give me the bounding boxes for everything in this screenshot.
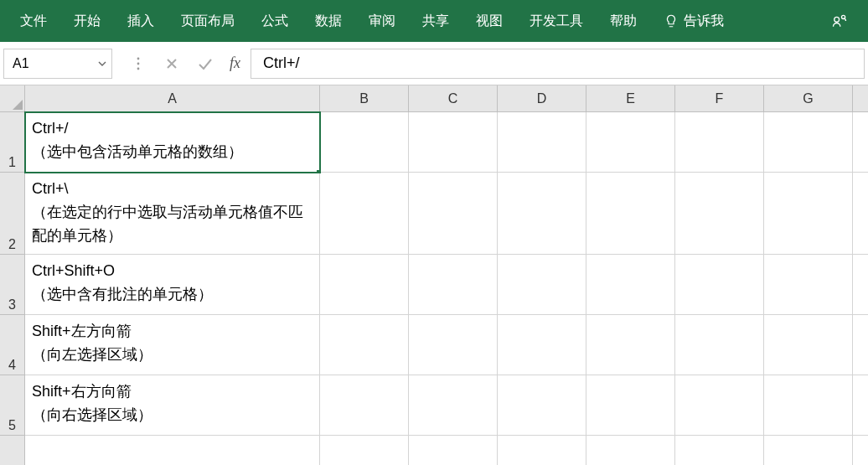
name-box[interactable]: A1 [3,49,112,79]
cell-B1[interactable] [320,112,409,173]
share-icon[interactable] [818,0,861,42]
svg-point-3 [137,62,140,65]
cell-F1[interactable] [675,112,764,173]
cell-C5[interactable] [409,375,498,436]
cell-D2[interactable] [498,173,586,255]
cell-B4[interactable] [320,315,409,375]
col-header-C[interactable]: C [409,85,498,111]
cell-E2[interactable] [586,173,675,255]
cell-D3[interactable] [498,255,586,315]
cell-B6[interactable] [320,436,409,465]
cell-B3[interactable] [320,255,409,315]
cell-A3[interactable]: Ctrl+Shift+O （选中含有批注的单元格） [25,255,320,315]
cell-D6[interactable] [498,436,586,465]
cell-A5[interactable]: Shift+右方向箭 （向右选择区域） [25,375,320,436]
table-row: Ctrl+\ （在选定的行中选取与活动单元格值不匹配的单元格） [25,173,868,255]
cell-E1[interactable] [586,112,675,173]
table-row: Shift+右方向箭 （向右选择区域） [25,375,868,436]
cell-A6[interactable] [25,436,320,465]
formula-bar: A1 fx Ctrl+/ [0,42,868,85]
cell-D4[interactable] [498,315,586,375]
cell-C4[interactable] [409,315,498,375]
svg-point-4 [137,67,140,70]
formula-input[interactable]: Ctrl+/ [251,49,865,79]
cell-C1[interactable] [409,112,498,173]
svg-point-2 [137,57,140,59]
tell-me[interactable]: 告诉我 [650,0,737,42]
cell-F6[interactable] [675,436,764,465]
column-headers: ABCDEFG [25,85,868,112]
menu-5[interactable]: 数据 [302,0,355,42]
table-row [25,436,868,465]
formula-value: Ctrl+/ [263,54,300,72]
cell-D1[interactable] [498,112,586,173]
menu-6[interactable]: 审阅 [355,0,409,42]
enter-icon[interactable] [196,57,214,70]
cell-A4[interactable]: Shift+左方向箭 （向左选择区域） [25,315,320,375]
name-box-value: A1 [13,56,29,71]
cell-F5[interactable] [675,375,764,436]
menu-7[interactable]: 共享 [409,0,462,42]
row-header-1[interactable]: 1 [0,112,24,173]
menu-dots-icon[interactable] [129,57,147,70]
cell-E6[interactable] [586,436,675,465]
col-header-F[interactable]: F [675,85,764,111]
svg-point-0 [834,17,840,22]
row-header-extra-5[interactable] [0,436,24,465]
row-headers: 12345 [0,112,25,465]
dropdown-icon[interactable] [98,56,106,71]
menu-9[interactable]: 开发工具 [516,0,597,42]
cell-G6[interactable] [764,436,853,465]
cell-D5[interactable] [498,375,586,436]
row-header-2[interactable]: 2 [0,173,24,255]
lightbulb-icon [664,13,679,28]
row-header-4[interactable]: 4 [0,315,24,375]
table-row: Shift+左方向箭 （向左选择区域） [25,315,868,375]
cell-G5[interactable] [764,375,853,436]
cell-C3[interactable] [409,255,498,315]
ribbon-menu: 文件开始插入页面布局公式数据审阅共享视图开发工具帮助 告诉我 [0,0,868,42]
cell-E4[interactable] [586,315,675,375]
cell-F2[interactable] [675,173,764,255]
table-row: Ctrl+/ （选中包含活动单元格的数组） [25,112,868,173]
menu-8[interactable]: 视图 [462,0,516,42]
select-all-corner[interactable] [0,85,25,112]
cell-E5[interactable] [586,375,675,436]
cell-B5[interactable] [320,375,409,436]
cell-C2[interactable] [409,173,498,255]
cell-G2[interactable] [764,173,853,255]
menu-1[interactable]: 开始 [60,0,114,42]
col-header-D[interactable]: D [498,85,586,111]
row-header-3[interactable]: 3 [0,255,24,315]
cell-G4[interactable] [764,315,853,375]
cell-F4[interactable] [675,315,764,375]
fx-label[interactable]: fx [230,54,240,72]
menu-4[interactable]: 公式 [248,0,302,42]
cell-F3[interactable] [675,255,764,315]
cell-B2[interactable] [320,173,409,255]
cell-E3[interactable] [586,255,675,315]
menu-3[interactable]: 页面布局 [168,0,248,42]
table-row: Ctrl+Shift+O （选中含有批注的单元格） [25,255,868,315]
cell-G3[interactable] [764,255,853,315]
menu-2[interactable]: 插入 [114,0,168,42]
col-header-E[interactable]: E [586,85,675,111]
cell-G1[interactable] [764,112,853,173]
cell-A2[interactable]: Ctrl+\ （在选定的行中选取与活动单元格值不匹配的单元格） [25,173,320,255]
row-header-5[interactable]: 5 [0,375,24,436]
spreadsheet-grid: ABCDEFG 12345 Ctrl+/ （选中包含活动单元格的数组）Ctrl+… [0,85,868,465]
col-header-B[interactable]: B [320,85,409,111]
menu-10[interactable]: 帮助 [597,0,650,42]
col-header-A[interactable]: A [25,85,320,111]
cell-C6[interactable] [409,436,498,465]
tell-me-label: 告诉我 [684,13,724,30]
menu-0[interactable]: 文件 [7,0,60,42]
cancel-icon[interactable] [163,57,181,70]
cell-A1[interactable]: Ctrl+/ （选中包含活动单元格的数组） [25,112,320,173]
cells-area[interactable]: Ctrl+/ （选中包含活动单元格的数组）Ctrl+\ （在选定的行中选取与活动… [25,112,868,465]
col-header-G[interactable]: G [764,85,853,111]
